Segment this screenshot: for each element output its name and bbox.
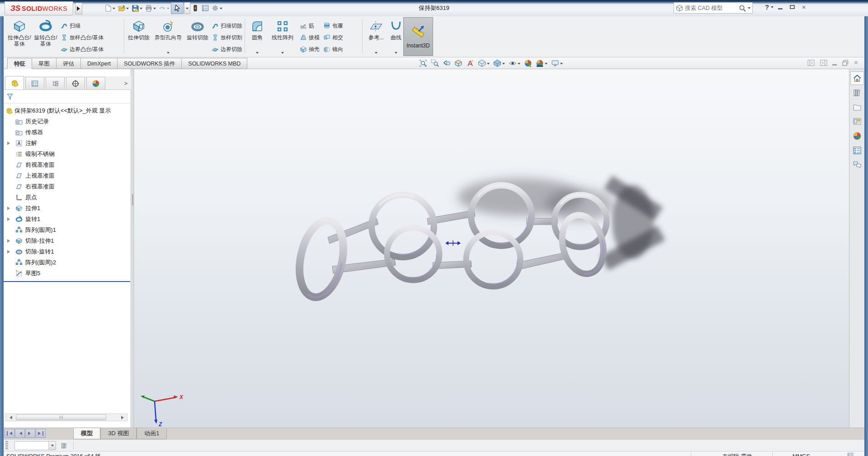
expand-arrow-icon[interactable] — [7, 207, 12, 210]
layers-icon[interactable] — [61, 442, 68, 449]
scroll-right-arrow[interactable] — [119, 414, 127, 421]
tree-item-circular-pattern2[interactable]: 阵列(圆周)2 — [4, 257, 131, 268]
rollback-bar[interactable] — [4, 281, 131, 282]
view-palette-button[interactable] — [850, 115, 864, 128]
tree-item-cut-revolve1[interactable]: 切除-旋转1 — [4, 246, 131, 257]
scrollbar-thumb[interactable] — [16, 414, 106, 420]
tree-item-circular-pattern1[interactable]: 阵列(圆周)1 — [4, 225, 131, 235]
loft-cut-button[interactable]: 放样切割 — [210, 32, 244, 43]
home-button[interactable] — [850, 71, 864, 85]
view-orientation-button[interactable] — [476, 58, 491, 68]
shell-button[interactable]: 抽壳 — [298, 43, 321, 55]
expand-arrow-icon[interactable] — [7, 250, 12, 254]
model-tab[interactable]: 模型 — [73, 428, 100, 439]
hole-wizard-button[interactable]: 异型孔向导 — [151, 17, 185, 56]
extrude-boss-button[interactable]: 拉伸凸台/基体 — [6, 17, 33, 56]
tab-dimxpert[interactable]: DimXpert — [81, 58, 118, 69]
edit-appearance-button[interactable] — [523, 58, 533, 68]
display-style-button[interactable] — [492, 58, 506, 68]
tab-evaluate[interactable]: 评估 — [57, 58, 81, 69]
mirror-button[interactable]: 镜向 — [321, 43, 345, 55]
boundary-boss-button[interactable]: 边界凸台/基体 — [59, 43, 105, 55]
expand-arrow-icon[interactable] — [7, 239, 12, 243]
curves-button[interactable]: 曲线 — [388, 17, 404, 56]
rib-button[interactable]: 筋 — [298, 20, 321, 32]
doc-close-button[interactable]: × — [854, 59, 858, 67]
instant3d-button[interactable]: Instant3D — [403, 17, 433, 56]
3d-views-tab[interactable]: 3D 视图 — [100, 428, 137, 439]
tree-item-extrude1[interactable]: 拉伸1 — [4, 203, 131, 214]
tree-item-sensors[interactable]: 传感器 — [4, 127, 131, 138]
tree-filter-row[interactable] — [4, 90, 131, 103]
panel-expand-chevron[interactable]: > — [124, 80, 127, 87]
loft-boss-button[interactable]: 放样凸台/基体 — [59, 32, 105, 43]
motion-study-tab[interactable]: 动画1 — [137, 428, 167, 439]
dimxpertmanager-tab[interactable] — [66, 77, 85, 89]
annotation-view-button[interactable] — [465, 58, 476, 68]
first-tab-button[interactable] — [5, 429, 14, 438]
sweep-cut-button[interactable]: 扫描切除 — [210, 20, 244, 32]
zoom-area-button[interactable] — [429, 58, 440, 68]
intersect-button[interactable]: 相交 — [321, 32, 345, 43]
collapse-right-pane-button[interactable] — [820, 59, 828, 67]
help-button[interactable]: ? — [765, 3, 769, 11]
configurationmanager-tab[interactable] — [46, 77, 65, 89]
tree-item-front-plane[interactable]: 前视基准面 — [4, 160, 131, 170]
reference-geometry-button[interactable]: 参考... — [364, 17, 388, 56]
panel-splitter[interactable] — [131, 69, 134, 428]
status-custom-properties-icon[interactable] — [847, 452, 854, 456]
tab-addins[interactable]: SOLIDWORKS 插件 — [118, 58, 182, 69]
wrap-button[interactable]: 包覆 — [321, 20, 345, 32]
last-tab-button[interactable] — [36, 429, 46, 438]
fillet-button[interactable]: 圆角 — [247, 17, 267, 56]
minimize-button[interactable] — [775, 3, 785, 11]
forum-button[interactable] — [850, 158, 864, 172]
viewport-3d[interactable]: X Z X Z — [134, 69, 849, 428]
section-view-button[interactable] — [453, 58, 464, 68]
featuremanager-tab[interactable] — [5, 76, 24, 89]
propertymanager-tab[interactable] — [25, 77, 44, 89]
view-settings-button[interactable] — [550, 58, 564, 68]
file-explorer-button[interactable] — [850, 100, 864, 114]
apply-scene-button[interactable] — [534, 58, 549, 68]
prev-tab-button[interactable] — [15, 429, 25, 438]
tab-mbd[interactable]: SOLIDWORKS MBD — [182, 58, 247, 69]
scroll-left-arrow[interactable] — [6, 414, 14, 421]
cut-revolve-button[interactable]: 旋转切除 — [185, 17, 210, 56]
tree-item-history[interactable]: 历史记录 — [4, 116, 131, 127]
combo-dropdown-button[interactable] — [48, 442, 56, 450]
next-tab-button[interactable] — [25, 429, 35, 438]
search-input[interactable] — [685, 5, 737, 11]
close-button[interactable]: × — [799, 3, 809, 11]
custom-properties-button[interactable] — [850, 144, 864, 157]
displaymanager-tab[interactable] — [86, 77, 105, 89]
expand-arrow-icon[interactable] — [7, 141, 12, 145]
tree-item-annotations[interactable]: 注解 — [4, 138, 131, 149]
doc-restore-button[interactable] — [841, 59, 849, 67]
collapse-left-pane-button[interactable] — [807, 59, 815, 67]
tree-item-origin[interactable]: 原点 — [4, 192, 131, 203]
cut-extrude-button[interactable]: 拉伸切除 — [127, 17, 151, 56]
tree-item-right-plane[interactable]: 右视基准面 — [4, 181, 131, 192]
sweep-button[interactable]: 扫描 — [59, 20, 105, 32]
tree-item-material[interactable]: 锻制不锈钢 — [4, 149, 131, 160]
zoom-fit-button[interactable] — [418, 58, 429, 68]
tree-item-cut-extrude1[interactable]: 切除-拉伸1 — [4, 235, 131, 246]
tree-horizontal-scrollbar[interactable] — [5, 414, 127, 421]
tree-item-top-plane[interactable]: 上视基准面 — [4, 170, 131, 181]
linear-pattern-button[interactable]: 线性阵列 — [267, 17, 298, 56]
maximize-button[interactable] — [787, 3, 797, 11]
boundary-cut-button[interactable]: 边界切除 — [210, 43, 244, 55]
previous-view-button[interactable] — [441, 58, 452, 68]
tree-root-part[interactable]: 保持架6319 (默认<<默认>_外观 显示 — [4, 105, 131, 116]
toolbar-grip[interactable] — [5, 441, 8, 450]
expand-arrow-icon[interactable] — [7, 217, 12, 221]
design-library-button[interactable] — [850, 86, 864, 99]
style-combobox[interactable] — [14, 441, 56, 450]
draft-button[interactable]: 拔模 — [298, 32, 321, 43]
appearances-button[interactable] — [850, 129, 864, 143]
tree-item-sketch5[interactable]: 草图5 — [4, 268, 131, 279]
tree-item-revolve1[interactable]: 旋转1 — [4, 214, 131, 225]
doc-minimize-button[interactable] — [832, 61, 837, 66]
tab-features[interactable]: 特征 — [7, 58, 32, 69]
